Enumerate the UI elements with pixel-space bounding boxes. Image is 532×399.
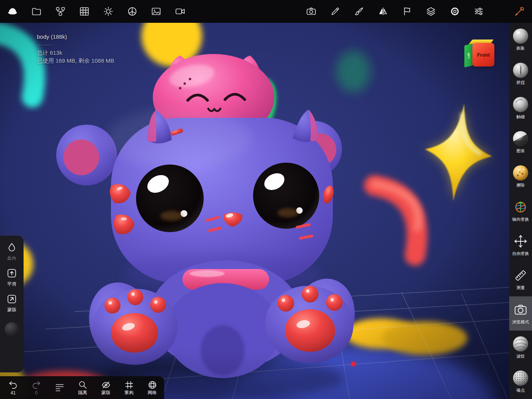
mask-quick-panel: 反向 平滑 蒙版	[0, 236, 24, 372]
top-toolbar-left	[7, 6, 186, 17]
video-camera-icon	[175, 6, 185, 17]
scene-list-icon	[54, 382, 65, 393]
image-icon	[151, 6, 162, 17]
tool-label: 噪点	[516, 388, 525, 393]
undo-count: 41	[11, 391, 16, 395]
view-cube-front-label: Front	[477, 52, 489, 58]
symmetry-button[interactable]	[377, 6, 389, 17]
remesh-button[interactable]: 重构	[117, 380, 141, 395]
app-logo-icon	[7, 6, 18, 17]
undo-button[interactable]: 41	[2, 380, 25, 395]
tool-view-mode[interactable]: 浏览模式	[509, 296, 532, 331]
mask-button[interactable]: 蒙版	[6, 293, 17, 313]
tool-axis-transform[interactable]: 轴向变换	[509, 194, 532, 228]
tool-noise[interactable]: 噪点	[509, 365, 532, 399]
panel-label: 反向	[7, 255, 16, 261]
tool-stamp[interactable]: 图章	[509, 125, 532, 160]
tools-button[interactable]	[514, 6, 525, 17]
screenshot-button[interactable]	[306, 6, 317, 17]
top-toolbar	[0, 0, 532, 23]
noise-sphere-icon	[513, 370, 528, 386]
view-camera-icon	[513, 302, 528, 317]
view-cube-left-face[interactable]: Left	[464, 43, 473, 67]
isolate-button[interactable]: 隔离	[71, 380, 94, 395]
background-image-button[interactable]	[150, 6, 162, 17]
material-sphere-icon	[127, 6, 138, 17]
symmetry-icon	[378, 6, 388, 17]
tool-label: 膨胀	[516, 46, 525, 51]
bottom-tool-label: 隔离	[78, 390, 87, 395]
mask-eye-off-icon	[101, 380, 111, 390]
touch-sphere-icon	[513, 97, 528, 112]
invert-droplet-icon	[6, 242, 17, 253]
sculpt-tools-sidebar: 膨胀 挤捏 触碰 图章 擦除 轴向变换	[509, 23, 532, 399]
tool-label: 触碰	[516, 114, 525, 120]
panel-label: 平滑	[7, 281, 16, 287]
erase-sphere-icon	[513, 165, 528, 180]
mask-visibility-button[interactable]: 蒙版	[94, 380, 117, 395]
mask-square-icon	[6, 293, 17, 305]
app-menu-button[interactable]	[7, 6, 18, 17]
tool-label: 自由变换	[512, 251, 529, 256]
stroke-button[interactable]	[329, 6, 341, 17]
stamp-sphere-icon	[513, 131, 528, 146]
tool-label: 挤捏	[516, 80, 525, 86]
interface-button[interactable]	[473, 6, 484, 17]
material-button[interactable]	[127, 6, 138, 17]
tool-label: 轴向变换	[512, 217, 529, 222]
redo-count: 0	[35, 391, 38, 395]
tool-erase[interactable]: 擦除	[509, 160, 532, 194]
panel-label: 蒙版	[7, 307, 16, 313]
paintbrush-icon	[354, 6, 364, 17]
gear-icon	[450, 6, 460, 17]
scene-graph-icon	[55, 6, 66, 17]
view-orientation-gizmo[interactable]: Left Front	[464, 39, 497, 70]
tool-measure[interactable]: 测量	[509, 262, 532, 296]
top-toolbar-right	[306, 6, 525, 17]
invert-button[interactable]: 反向	[6, 242, 17, 261]
redo-button[interactable]: 0	[25, 380, 48, 395]
falloff-button[interactable]	[401, 6, 413, 17]
tool-pinch[interactable]: 挤捏	[509, 57, 532, 91]
files-button[interactable]	[31, 6, 42, 17]
lighting-button[interactable]	[103, 6, 114, 17]
app-window: body (188k) -------- 总计 613k 已使用 169 MB,…	[0, 0, 532, 399]
axis-gizmo-icon	[513, 200, 528, 215]
bottom-tool-label: 网格	[148, 390, 157, 395]
material-preview-ball[interactable]	[5, 322, 19, 337]
tool-label: 波纹	[516, 353, 525, 359]
scene-list-button[interactable]	[48, 382, 71, 393]
free-transform-icon	[513, 234, 528, 249]
view-cube-front-face[interactable]: Front	[472, 43, 494, 66]
wave-sphere-icon	[513, 336, 528, 352]
camera-icon	[306, 6, 317, 17]
folder-icon	[31, 6, 42, 17]
measure-ruler-icon	[513, 268, 528, 283]
settings-button[interactable]	[449, 6, 461, 17]
layers-button[interactable]	[425, 6, 437, 17]
layers-icon	[426, 6, 436, 17]
scene-graph-button[interactable]	[55, 6, 66, 17]
tool-wave[interactable]: 波纹	[509, 331, 532, 365]
remesh-grid-icon	[124, 380, 134, 390]
tool-inflate[interactable]: 膨胀	[509, 23, 532, 57]
view-cube-left-label: Left	[467, 52, 470, 59]
tool-touch[interactable]: 触碰	[509, 91, 532, 125]
inflate-sphere-icon	[513, 28, 528, 44]
tool-label: 图章	[516, 148, 525, 154]
viewport[interactable]: body (188k) -------- 总计 613k 已使用 169 MB,…	[0, 23, 509, 399]
bottom-tool-label: 蒙版	[101, 390, 111, 395]
falloff-flag-icon	[402, 6, 412, 17]
tool-free-transform[interactable]: 自由变换	[509, 228, 532, 262]
undo-icon	[8, 380, 18, 390]
topology-button[interactable]	[79, 6, 90, 17]
pinch-sphere-icon	[513, 63, 528, 78]
camera-video-button[interactable]	[174, 6, 186, 17]
tool-label: 浏览模式	[512, 319, 529, 325]
wireframe-button[interactable]: 网格	[141, 380, 164, 395]
isolate-magnifier-icon	[78, 380, 88, 390]
redo-icon	[31, 380, 41, 390]
bottom-tool-label: 重构	[125, 390, 134, 395]
paint-button[interactable]	[353, 6, 365, 17]
smooth-button[interactable]: 平滑	[6, 268, 17, 287]
